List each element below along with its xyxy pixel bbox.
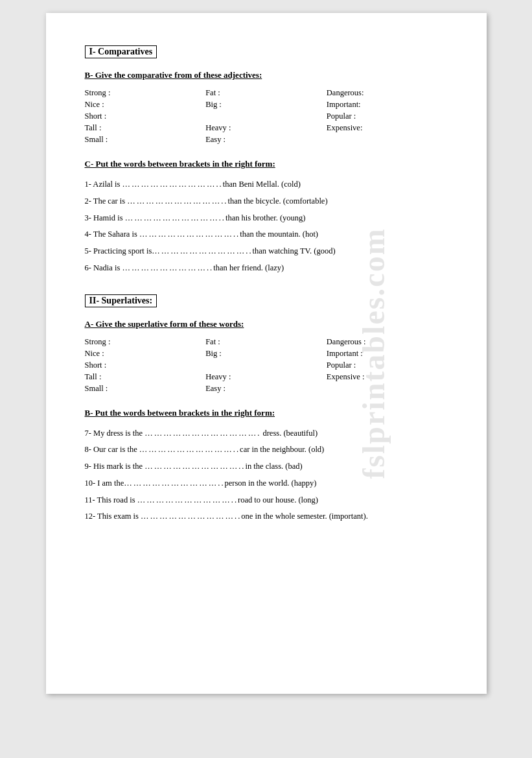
- sup-sent-8: 8- Our car is the …………………………..car in the…: [85, 442, 448, 458]
- sup-col3-item3: Popular :: [327, 361, 448, 370]
- comp-col1-item2: Nice :: [85, 100, 206, 110]
- comp-sent-3: 3- Hamid is …………………………..than his brother…: [85, 211, 448, 226]
- col1-comp: Strong : Nice : Short : Tall : Small :: [85, 88, 206, 145]
- sup-col3-item1: Dangerous :: [327, 337, 448, 347]
- comp-col3-item1: Dangerous:: [327, 88, 448, 98]
- sup-col3-item2: Important :: [327, 349, 448, 359]
- subsection-b-comparatives: B- Give the comparative from of these ad…: [85, 70, 448, 145]
- section-comparatives: I- Comparatives B- Give the comparative …: [85, 45, 448, 276]
- col3-sup: Dangerous : Important : Popular : Expens…: [327, 337, 448, 394]
- sup-sent-9: 9- His mark is the …………………………..in the cl…: [85, 459, 448, 475]
- subsection-a-sup-label: A- Give the superlative form of these wo…: [85, 319, 448, 329]
- sup-col2-item3: [205, 361, 327, 370]
- comp-sentences: 1- Azilal is …………………………..than Beni Mella…: [85, 177, 448, 276]
- comp-sent-6: 6- Nadia is ………………………..than her friend. …: [85, 261, 448, 276]
- sup-sentences: 7- My dress is the ………………………………. dress. …: [85, 426, 448, 525]
- sup-col2-item1: Fat :: [205, 337, 327, 347]
- comp-sent-4: 4- The Sahara is …………………………..than the mo…: [85, 227, 448, 243]
- comp-col1-item4: Tall :: [85, 123, 206, 133]
- sup-col1-item1: Strong :: [85, 337, 206, 347]
- comp-col2-item3: [205, 112, 327, 121]
- comp-sent-2: 2- The car is …………………………..than the bicyc…: [85, 194, 448, 209]
- comp-col3-item2: Important:: [327, 100, 448, 110]
- subsection-b-superlatives: B- Put the words between brackets in the…: [85, 408, 448, 525]
- comp-col2-item1: Fat :: [205, 88, 327, 98]
- comp-col3-item3: Popular :: [327, 112, 448, 121]
- sup-col1-item2: Nice :: [85, 349, 206, 359]
- adj-grid-sup: Strong : Nice : Short : Tall : Small : F…: [85, 337, 448, 394]
- subsection-b-comp-label: B- Give the comparative from of these ad…: [85, 70, 448, 80]
- adj-grid-comp: Strong : Nice : Short : Tall : Small : F…: [85, 88, 448, 145]
- comp-col3-item4: Expensive:: [327, 123, 448, 133]
- sup-col3-item4: Expensive :: [327, 372, 448, 382]
- comp-col3-item5: [327, 135, 448, 145]
- comp-col2-item5: Easy :: [205, 135, 327, 145]
- subsection-a-superlatives: A- Give the superlative form of these wo…: [85, 319, 448, 394]
- sup-col2-item5: Easy :: [205, 384, 327, 394]
- col2-sup: Fat : Big : Heavy : Easy :: [205, 337, 327, 394]
- comp-col1-item1: Strong :: [85, 88, 206, 98]
- comp-sent-5: 5- Practicing sport is…………………………..than w…: [85, 244, 448, 259]
- comp-col1-item5: Small :: [85, 135, 206, 145]
- sup-col1-item4: Tall :: [85, 372, 206, 382]
- sup-col2-item2: Big :: [205, 349, 327, 359]
- comp-col2-item4: Heavy :: [205, 123, 327, 133]
- col2-comp: Fat : Big : Heavy : Easy :: [205, 88, 327, 145]
- sup-sent-11: 11- This road is …………………………..road to our…: [85, 493, 448, 508]
- section1-title: I- Comparatives: [85, 45, 157, 58]
- sup-col3-item5: [327, 384, 448, 394]
- comp-col1-item3: Short :: [85, 112, 206, 121]
- sup-sent-7: 7- My dress is the ………………………………. dress. …: [85, 426, 448, 442]
- subsection-c-comp-label: C- Put the words between brackets in the…: [85, 159, 448, 169]
- sup-col1-item5: Small :: [85, 384, 206, 394]
- comp-col2-item2: Big :: [205, 100, 327, 110]
- sup-col2-item4: Heavy :: [205, 372, 327, 382]
- sup-sent-10: 10- I am the…………………………..person in the wo…: [85, 476, 448, 492]
- sup-col1-item3: Short :: [85, 361, 206, 370]
- comp-sent-1: 1- Azilal is …………………………..than Beni Mella…: [85, 177, 448, 193]
- subsection-c-comparatives: C- Put the words between brackets in the…: [85, 159, 448, 276]
- sup-sent-12: 12- This exam is …………………………..one in the …: [85, 509, 448, 525]
- worksheet-page: fslprintables.com I- Comparatives B- Giv…: [46, 13, 487, 694]
- col1-sup: Strong : Nice : Short : Tall : Small :: [85, 337, 206, 394]
- section-superlatives: II- Superlatives: A- Give the superlativ…: [85, 294, 448, 525]
- subsection-b-sup-label: B- Put the words between brackets in the…: [85, 408, 448, 418]
- col3-comp: Dangerous: Important: Popular : Expensiv…: [327, 88, 448, 145]
- section2-title: II- Superlatives:: [85, 294, 157, 307]
